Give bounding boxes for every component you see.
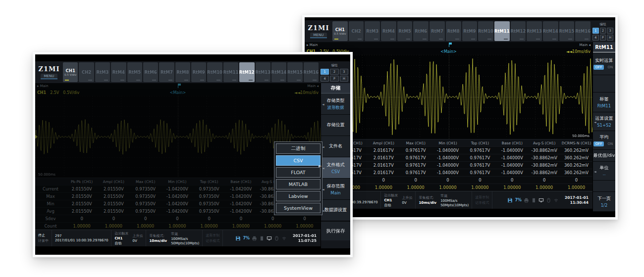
channel-tab-label: RtM12 — [510, 29, 526, 34]
file-format-option[interactable]: SystemView — [276, 203, 321, 213]
channel-tab[interactable]: RtM5 — [397, 21, 413, 41]
group-button[interactable]: 4 — [321, 76, 329, 82]
menu-title: RtM11 — [593, 42, 615, 52]
measure-cell: 360.262mV — [560, 148, 592, 153]
channel-tab[interactable]: RtM8 — [175, 62, 190, 82]
channel-indicator — [200, 80, 204, 81]
menu-item[interactable]: ◄ 文件名 — [321, 136, 350, 157]
menu-item-optimal[interactable]: 最优值/div — [593, 150, 615, 162]
menu-item-operation[interactable]: ◄ 运算设置 S1+S2 — [593, 112, 615, 131]
channel-tab[interactable]: CH1 0.5 V/div — [63, 62, 78, 82]
channel-tab[interactable]: RtM15 — [287, 62, 302, 82]
measure-cell: -30.8862mV — [528, 163, 560, 168]
file-format-option[interactable]: FLOAT — [276, 167, 321, 178]
measure-cell: 1.00000 — [432, 185, 464, 190]
channel-tab[interactable]: CH2 — [79, 62, 94, 82]
group-button[interactable]: H — [607, 35, 613, 41]
channel-tab[interactable]: RtM9 — [191, 62, 206, 82]
channel-tab[interactable]: RtM12 — [239, 62, 254, 82]
channel-tabs: CH1 0.5 V/div CH2 RtM3 RtM4 — [63, 62, 319, 82]
measure-cell: 0 — [130, 216, 161, 221]
menu-item[interactable]: ◄ 数据源设置 — [321, 200, 350, 221]
channel-tab[interactable]: RtM10 — [207, 62, 222, 82]
channel-tab[interactable]: RtM16 — [575, 21, 590, 41]
group-button[interactable]: 4 — [592, 35, 599, 41]
channel-tab[interactable]: RtM8 — [446, 21, 461, 41]
toggle-off[interactable]: OFF — [593, 65, 604, 70]
channel-tab[interactable]: RtM12 — [511, 21, 526, 41]
menu-item-realtime[interactable]: 实时运算 OFF ON — [593, 52, 615, 75]
measure-column-header: Ampl (CH1) — [98, 180, 129, 184]
disabled-feature-1: 波形录制 — [206, 233, 219, 238]
menu-item[interactable]: ◄ 存储类型 波形数据 — [321, 93, 350, 115]
channel-tab[interactable]: RtM7 — [429, 21, 445, 41]
file-format-option[interactable]: MATLAB — [276, 179, 321, 189]
measurement-row: Sdev 00000000 — [35, 215, 321, 222]
group-button[interactable]: 3 — [340, 69, 348, 75]
channel-tab[interactable]: RtM4 — [381, 21, 396, 41]
calc-state: 计算中 — [38, 238, 49, 243]
channel-tab[interactable]: RtM13 — [527, 21, 542, 41]
menu-item[interactable]: ◄ 文件格式 CSV — [321, 157, 350, 179]
menu-item-tag[interactable]: 标签 RtM11 — [593, 92, 615, 112]
next-page-button[interactable]: 下一页 1/2 — [593, 192, 615, 212]
menu-item-value: S1+S2 — [597, 123, 611, 128]
group-button[interactable]: 3 — [607, 28, 613, 34]
channel-tab[interactable]: RtM6 — [413, 21, 429, 41]
menu-button[interactable]: MENU — [310, 33, 327, 38]
submenu-arrow-icon: ◄ — [594, 169, 596, 173]
measure-cell: 360.262mV — [560, 155, 592, 160]
menu-item[interactable]: ◄ 保存范围 Main — [321, 179, 350, 200]
measure-cell: -1.04000V — [496, 163, 528, 168]
channel-tab-label: RtM4 — [112, 70, 125, 75]
channel-tab[interactable]: RtM16 — [304, 62, 319, 82]
group-button[interactable]: P — [600, 35, 606, 41]
group-button[interactable]: 2 — [330, 69, 338, 75]
toggle-off[interactable]: OFF — [593, 141, 604, 146]
channel-tab[interactable]: RtM11 — [223, 62, 238, 82]
channel-tab[interactable]: RtM3 — [95, 62, 110, 82]
channel-tab[interactable]: RtM4 — [111, 62, 126, 82]
sidebar-filler — [321, 248, 350, 255]
file-format-option[interactable]: 二进制 — [276, 143, 321, 154]
channel-tab[interactable]: RtM3 — [365, 21, 380, 41]
execute-save-button[interactable]: 执行保存 — [321, 221, 350, 240]
channel-tab-label: RtM15 — [559, 29, 575, 34]
file-format-option[interactable]: CSV — [276, 155, 321, 166]
channel-tab[interactable]: RtM15 — [559, 21, 575, 41]
channel-tab[interactable]: RtM5 — [127, 62, 142, 82]
menu-item[interactable]: 存储位置 — [321, 115, 350, 136]
toggle-on[interactable]: ON — [605, 141, 615, 146]
menu-button[interactable]: MENU — [41, 74, 58, 79]
measure-cell: -30.8862mV — [528, 148, 560, 153]
measure-cell: 2.01617V — [368, 148, 400, 153]
channel-indicator — [423, 39, 427, 40]
menu-item-unit[interactable]: ◄ 单位 -- — [593, 162, 615, 181]
group-button[interactable]: P — [330, 76, 338, 82]
channel-tab[interactable]: RtM13 — [256, 62, 270, 82]
measure-cell: 360.262mV — [560, 170, 592, 175]
channel-tab-label: RtM4 — [382, 29, 395, 34]
group-button[interactable]: 2 — [600, 28, 606, 34]
channel-tab[interactable]: CH2 — [349, 21, 364, 41]
disk-icon — [507, 198, 513, 203]
menu-item-average[interactable]: 平均 OFF ON — [593, 131, 615, 150]
channel-tab[interactable]: RtM14 — [271, 62, 286, 82]
group-panel-title: 编组 — [592, 22, 613, 27]
channel-indicator — [313, 80, 317, 81]
channel-tab[interactable]: CH1 0.5 V/div — [332, 21, 348, 41]
channel-tab[interactable]: RtM10 — [478, 21, 493, 41]
channel-tab[interactable]: RtM14 — [543, 21, 558, 41]
group-button[interactable]: H — [340, 76, 348, 82]
toggle-on[interactable]: ON — [605, 65, 615, 70]
file-format-option[interactable]: Labview — [276, 191, 321, 201]
group-button[interactable]: 1 — [592, 28, 599, 34]
channel-tab[interactable]: RtM9 — [462, 21, 478, 41]
channel-tab[interactable]: RtM6 — [143, 62, 158, 82]
group-button[interactable]: 1 — [321, 69, 329, 75]
measure-cell: 1.00000 — [161, 224, 193, 229]
brand-block: Z1MI MENU — [36, 62, 62, 82]
channel-tab[interactable]: RtM7 — [159, 62, 174, 82]
channel-indicator — [249, 80, 253, 81]
channel-tab[interactable]: RtM11 — [494, 21, 510, 41]
